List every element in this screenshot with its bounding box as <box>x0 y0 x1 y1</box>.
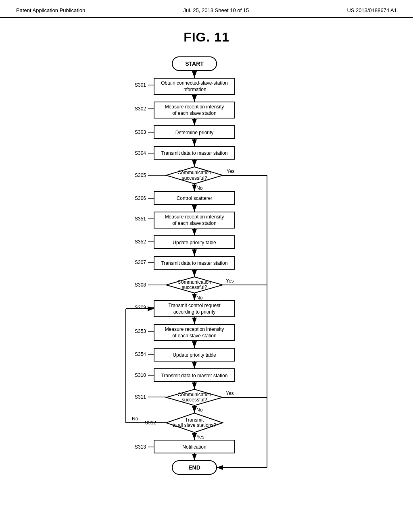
s307-label: S307 <box>135 260 146 265</box>
s311-label: S311 <box>135 394 146 400</box>
s308-no: No <box>196 295 203 301</box>
s301-text: Obtain connected-slave-station <box>161 80 227 86</box>
s313-text: Notification <box>182 444 206 450</box>
s302-text2: of each slave station <box>172 110 216 116</box>
s309-text2: according to priority <box>173 309 216 315</box>
s308-text: Communication <box>177 279 211 285</box>
s352-label: S352 <box>135 239 146 245</box>
flowchart-svg: START S301 Obtain connected-slave-statio… <box>86 53 327 516</box>
header-left: Patent Application Publication <box>16 7 85 13</box>
s312-no: No <box>132 416 138 422</box>
s311-text2: successful? <box>182 397 207 403</box>
s301-text2: information <box>182 87 206 92</box>
s311-yes: Yes <box>226 391 234 396</box>
diagram-title: FIG. 11 <box>0 30 413 45</box>
s351-text2: of each slave station <box>172 220 216 226</box>
s311-text: Communication <box>177 392 211 397</box>
s354-label: S354 <box>135 351 146 357</box>
s351-text: Measure reception intensity <box>165 214 224 220</box>
s304-label: S304 <box>135 150 146 156</box>
s352-text: Update priority table <box>173 240 216 245</box>
s313-label: S313 <box>135 444 146 450</box>
s309-text: Transmit control request <box>169 303 221 308</box>
s306-label: S306 <box>135 195 146 201</box>
s305-text: Communication <box>177 170 211 175</box>
s303-text: Determine priority <box>175 130 214 135</box>
start-label: START <box>185 60 204 67</box>
s310-text: Transmit data to master station <box>161 373 228 378</box>
s354-text: Update priority table <box>173 352 216 358</box>
s312-text2: to all slave stations? <box>173 422 216 428</box>
s310-label: S310 <box>135 372 146 378</box>
s302-label: S302 <box>135 106 146 112</box>
s309-label: S309 <box>135 305 146 310</box>
s305-yes: Yes <box>227 168 235 174</box>
s353-label: S353 <box>135 328 146 334</box>
s308-label: S308 <box>135 282 146 288</box>
s303-label: S303 <box>135 129 146 135</box>
s353-text2: of each slave station <box>172 333 216 339</box>
s307-text: Transmit data to master station <box>161 260 228 266</box>
header-middle: Jul. 25, 2013 Sheet 10 of 15 <box>184 7 249 13</box>
s301-label: S301 <box>135 82 146 88</box>
page-header: Patent Application Publication Jul. 25, … <box>0 0 413 18</box>
s305-no: No <box>196 185 203 191</box>
s306-text: Control scatterer <box>177 195 213 201</box>
s312-text: Transmit <box>185 417 204 423</box>
s304-text: Transmit data to master station <box>161 150 228 156</box>
header-right: US 2013/0188674 A1 <box>347 7 397 13</box>
s302-text: Measure reception intensity <box>165 104 224 110</box>
s308-text2: successful? <box>182 285 207 290</box>
s305-label: S305 <box>135 172 146 178</box>
s311-no: No <box>196 407 203 413</box>
s308-yes: Yes <box>226 278 234 284</box>
s312-yes: Yes <box>196 434 204 440</box>
s353-text: Measure reception intensity <box>165 326 224 332</box>
end-label: END <box>188 464 200 471</box>
s305-text2: successful? <box>182 175 207 181</box>
s351-label: S351 <box>135 216 146 222</box>
